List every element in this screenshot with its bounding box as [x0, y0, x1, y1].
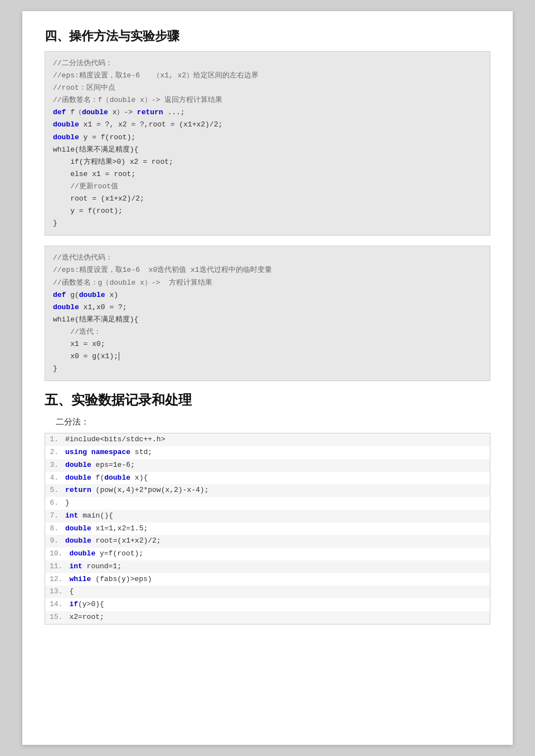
- line-num-9: 9.: [50, 535, 65, 548]
- numbered-code-block: 1. #include<bits/stdc++.h> 2. using name…: [45, 433, 490, 624]
- line-num-14: 14.: [50, 598, 69, 611]
- line-content-9: double root=(x1+x2)/2;: [65, 535, 485, 548]
- line-num-3: 3.: [50, 459, 65, 472]
- code-line-13: 13. {: [45, 586, 490, 598]
- line-content-1: #include<bits/stdc++.h>: [65, 433, 485, 446]
- line-content-13: {: [69, 586, 485, 598]
- line-num-4: 4.: [50, 472, 65, 485]
- line-num-5: 5.: [50, 484, 65, 497]
- line-num-8: 8.: [50, 523, 65, 535]
- code-line-8: 8. double x1=1,x2=1.5;: [45, 523, 490, 535]
- line-content-6: }: [65, 497, 485, 510]
- line-num-7: 7.: [50, 510, 65, 523]
- section4-title: 四、操作方法与实验步骤: [45, 28, 490, 45]
- line-num-2: 2.: [50, 446, 65, 459]
- line-content-12: while (fabs(y)>eps): [69, 573, 485, 586]
- subsection-label: 二分法：: [56, 417, 490, 427]
- iter-pseudocode: //迭代法伪代码： //eps:精度设置，取1e-6 x0迭代初值 x1迭代过程…: [45, 246, 490, 381]
- code-line-10: 10. double y=f(root);: [45, 548, 490, 560]
- line-content-4: double f(double x){: [65, 472, 485, 485]
- line-content-10: double y=f(root);: [69, 548, 485, 560]
- line-content-2: using namespace std;: [65, 446, 485, 459]
- code-line-11: 11. int round=1;: [45, 560, 490, 573]
- line-num-13: 13.: [50, 586, 69, 598]
- line-num-10: 10.: [50, 548, 69, 560]
- code-line-5: 5. return (pow(x,4)+2*pow(x,2)-x-4);: [45, 484, 490, 497]
- code-line-1: 1. #include<bits/stdc++.h>: [45, 433, 490, 446]
- line-num-6: 6.: [50, 497, 65, 510]
- code-line-9: 9. double root=(x1+x2)/2;: [45, 535, 490, 548]
- line-num-15: 15.: [50, 611, 69, 624]
- line-num-1: 1.: [50, 433, 65, 446]
- line-content-3: double eps=1e-6;: [65, 459, 485, 472]
- code-line-3: 3. double eps=1e-6;: [45, 459, 490, 472]
- line-num-12: 12.: [50, 573, 69, 586]
- line-num-11: 11.: [50, 560, 69, 573]
- code-line-15: 15. x2=root;: [45, 611, 490, 624]
- line-content-8: double x1=1,x2=1.5;: [65, 523, 485, 535]
- code-line-7: 7. int main(){: [45, 510, 490, 523]
- code-line-6: 6. }: [45, 497, 490, 510]
- line-content-7: int main(){: [65, 510, 485, 523]
- section5-title: 五、实验数据记录和处理: [45, 391, 490, 409]
- page: 四、操作方法与实验步骤 //二分法伪代码： //eps:精度设置，取1e-6 （…: [22, 11, 513, 745]
- code-line-14: 14. if(y>0){: [45, 598, 490, 611]
- code-line-4: 4. double f(double x){: [45, 472, 490, 485]
- code-line-12: 12. while (fabs(y)>eps): [45, 573, 490, 586]
- code-line-2: 2. using namespace std;: [45, 446, 490, 459]
- line-content-15: x2=root;: [69, 611, 485, 624]
- line-content-5: return (pow(x,4)+2*pow(x,2)-x-4);: [65, 484, 485, 497]
- bisect-pseudocode: //二分法伪代码： //eps:精度设置，取1e-6 （x1, x2）给定区间的…: [45, 51, 490, 236]
- line-content-11: int round=1;: [69, 560, 485, 573]
- line-content-14: if(y>0){: [69, 598, 485, 611]
